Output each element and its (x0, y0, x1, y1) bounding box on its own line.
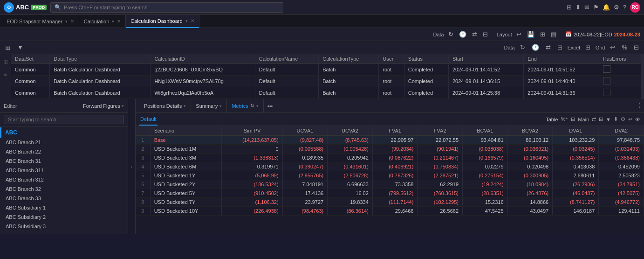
cell-val: (90.1941) (418, 145, 463, 154)
download-icon[interactable]: ⬇ (575, 4, 581, 11)
tab-dashboard-close[interactable]: ✕ (191, 18, 194, 23)
clock-btn[interactable]: 🕐 (458, 30, 468, 39)
list-item[interactable]: ABC Branch 21 (0, 138, 128, 147)
grid-view-icon[interactable]: ⊞ (4, 43, 12, 52)
bell-icon[interactable]: 🔔 (603, 4, 610, 11)
settings-icon[interactable]: ⚙ (614, 4, 619, 11)
list-item[interactable]: ABC Subsidiary 3 (0, 222, 128, 231)
cell-scenario: USD Bucketed 10Y (150, 207, 222, 216)
user-avatar: RO (630, 2, 640, 13)
mail-icon[interactable]: ✉ (584, 4, 589, 11)
main-filter-btn[interactable]: ▼ (606, 117, 611, 122)
cell-val: 0.319971 (222, 162, 282, 171)
layout-btn2[interactable]: ⊞ (539, 30, 547, 39)
list-item[interactable]: ABC Subsidiary 1 (0, 203, 128, 212)
panel-collapse-btn[interactable]: ‹ (128, 99, 136, 234)
main-sync-btn[interactable]: ⇄ (592, 116, 596, 122)
three-dots-btn[interactable]: ••• (264, 103, 277, 109)
cell-val: (18.0984) (507, 180, 553, 189)
main-grid-btn[interactable]: ⊞ (599, 116, 603, 122)
metrics-arrow: ▾ (256, 104, 259, 108)
refresh-btn[interactable]: ↻ (447, 30, 455, 39)
main-settings-btn[interactable]: ⚙ (621, 116, 625, 122)
flag-icon[interactable]: ⚑ (593, 4, 599, 11)
cell-val: 97,848.75 (599, 136, 644, 145)
tab-calc-close[interactable]: ✕ (117, 19, 121, 24)
main-undo-btn[interactable]: ↩ (628, 116, 632, 122)
grid-undo-btn[interactable]: ↩ (609, 43, 617, 52)
col-fva2: FVA2 (418, 126, 463, 136)
calc-scrollbar[interactable] (641, 54, 644, 99)
search-bar[interactable]: 🔍 Press Ctrl+F or start typing to search (50, 2, 283, 13)
table-pct-btn[interactable]: %⁺ (561, 116, 568, 122)
list-item[interactable]: ABC Branch 22 (0, 147, 128, 156)
side-icon-rows[interactable]: ≡ (3, 70, 8, 78)
list-item[interactable]: ABC Branch 312 (0, 175, 128, 184)
cell-val: (799.5612) (372, 189, 418, 198)
table-row[interactable]: Common Batch Calculation Dashboard Wi8gr… (11, 87, 641, 99)
cell-val: (5,068.99) (222, 171, 282, 180)
save-layout-btn[interactable]: 💾 (526, 30, 536, 39)
col-end: End (524, 54, 599, 64)
window-icon[interactable]: ⊞ (567, 4, 572, 11)
list-item[interactable]: ABC Subsidiary 2 (0, 212, 128, 222)
undo-btn[interactable]: ↩ (515, 30, 523, 39)
table-row: 8 USD Bucketed 7Y (1,106.32)23.972719.83… (136, 198, 644, 207)
grid-pct-btn[interactable]: % (620, 43, 629, 52)
side-icon-grid[interactable]: ⊞ (2, 58, 9, 66)
list-item[interactable]: ABC Branch 311 (0, 166, 128, 175)
table-row[interactable]: Common Batch Calculation Dashboard HNg1X… (11, 76, 641, 87)
cell-user: root (379, 64, 404, 76)
row-num: 4 (136, 162, 150, 171)
tab-arrow-eod: ▾ (65, 19, 68, 24)
data-col-btn[interactable]: ⊟ (556, 43, 564, 52)
cell-end: 2024-09-01 14:40:40 (524, 76, 599, 87)
tab-calc-label: Calculation (84, 19, 109, 24)
tab-eod-label: EOD Snapshot Manager (7, 19, 62, 24)
tab-eod-close[interactable]: ✕ (70, 19, 74, 24)
data-filter-btn[interactable]: ⇄ (544, 43, 552, 52)
tab-calc-dashboard[interactable]: Calculation Dashboard ▾ ✕ (126, 15, 199, 28)
list-item[interactable]: ABC Branch 33 (0, 194, 128, 203)
filter-icon-top[interactable]: ▼ (16, 43, 25, 52)
list-item[interactable]: ABC Branch 31 (0, 156, 128, 166)
help-icon[interactable]: ? (623, 4, 626, 11)
date-current: 2024-08-23 (614, 32, 640, 37)
positions-details-section[interactable]: Positions Details ▾ (139, 99, 191, 112)
search-placeholder: Press Ctrl+F or start typing to search (64, 5, 147, 10)
left-icons: ⊞ ≡ (0, 54, 11, 99)
data-table-wrap[interactable]: Scenario Sim PV UCVA1 UCVA2 FVA1 FVA2 BC… (136, 126, 644, 234)
layout-btn3[interactable]: ▤ (549, 30, 558, 39)
main-eye-btn[interactable]: 👁 (635, 117, 640, 122)
excel-btn[interactable]: ⊞ (584, 43, 592, 52)
cell-val: (4.946772) (599, 198, 644, 207)
data-refresh-btn[interactable]: ↻ (519, 43, 527, 52)
default-tab[interactable]: Default (139, 113, 158, 126)
cell-haserrors (599, 76, 641, 87)
tree-search-input[interactable] (4, 115, 124, 124)
data-toolbar-right: Table %⁺ ⊟ Main ⇄ ⊞ ▼ ⬇ ⚙ ↩ 👁 (546, 116, 640, 122)
table-row[interactable]: Common Batch Calculation Dashboard g2zBU… (11, 64, 641, 76)
list-item[interactable]: ABC Branch 32 (0, 184, 128, 194)
main-export-btn[interactable]: ⬇ (614, 116, 618, 122)
cell-val: 26.5662 (418, 207, 463, 216)
filter-btn[interactable]: ⇄ (471, 30, 479, 39)
forward-figures-dropdown[interactable]: Forward Figures ▾ (83, 103, 124, 109)
metrics-refresh[interactable]: ↻ (250, 103, 254, 109)
table-col-btn[interactable]: ⊟ (571, 116, 575, 122)
tree-root-item[interactable]: ABC (0, 127, 128, 138)
metrics-section[interactable]: Metrics ↻ ▾ (227, 99, 263, 112)
data-clock-btn[interactable]: 🕐 (530, 43, 541, 52)
col-start: Start (448, 54, 523, 64)
cell-calcid: Wi8grfhezUqa2lAa0fb5oA (151, 87, 255, 99)
expand-btn[interactable]: ⛶ (634, 102, 640, 109)
grid-col-btn[interactable]: ⊟ (632, 43, 640, 52)
cell-scenario: Base (150, 136, 222, 145)
summary-section[interactable]: Summary ▾ (191, 99, 227, 112)
tab-calculation[interactable]: Calculation ▾ ✕ (79, 15, 126, 28)
tab-eod-snapshot[interactable]: EOD Snapshot Manager ▾ ✕ (2, 15, 79, 28)
cell-val: 17.4136 (282, 189, 328, 198)
row-num: 1 (136, 136, 150, 145)
calc-table-scroll[interactable]: DataSet Data Type CalculationID Calculat… (11, 54, 641, 99)
columns-btn[interactable]: ⊟ (481, 30, 489, 39)
